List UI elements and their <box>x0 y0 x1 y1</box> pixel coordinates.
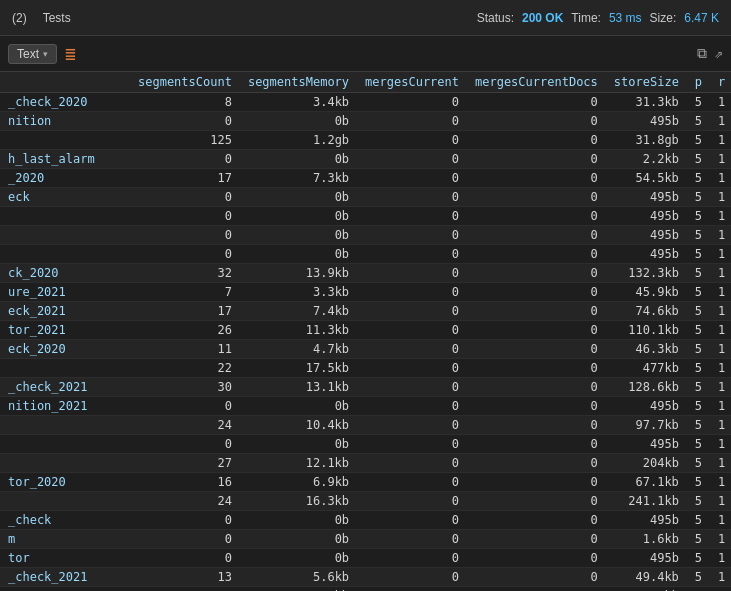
cell-index-name <box>0 435 130 454</box>
cell-value: 1 <box>710 473 731 492</box>
cell-value: 0 <box>467 340 606 359</box>
cell-index-name: eck <box>0 188 130 207</box>
cell-value: 0 <box>467 150 606 169</box>
cell-value: 6.9kb <box>240 473 357 492</box>
top-bar-left: (2) Tests <box>12 11 71 25</box>
cell-value: 5 <box>687 340 710 359</box>
cell-value: 0 <box>467 131 606 150</box>
cell-index-name: _check_2021 <box>0 378 130 397</box>
cell-value: 46.3kb <box>606 340 687 359</box>
cell-value: 477kb <box>606 359 687 378</box>
cell-index-name <box>0 454 130 473</box>
cell-value: 5 <box>687 473 710 492</box>
cell-value: 0 <box>357 131 467 150</box>
cell-value: 495b <box>606 397 687 416</box>
time-value: 53 ms <box>609 11 642 25</box>
text-format-button[interactable]: Text ▾ <box>8 44 57 64</box>
table-row: _2020177.3kb0054.5kb51 <box>0 169 731 188</box>
table-row: 2416.3kb00241.1kb51 <box>0 492 731 511</box>
table-row: ure_202173.3kb0045.9kb51 <box>0 283 731 302</box>
tab-number[interactable]: (2) <box>12 11 27 25</box>
cell-index-name <box>0 416 130 435</box>
cell-value: 74.6kb <box>606 302 687 321</box>
cell-value: 132.3kb <box>606 264 687 283</box>
cell-value: 0 <box>357 302 467 321</box>
cell-value: 1 <box>710 492 731 511</box>
table-row: 2712.1kb00204kb51 <box>0 454 731 473</box>
cell-index-name <box>0 359 130 378</box>
cell-value: 0b <box>240 511 357 530</box>
cell-value: 241.1kb <box>606 492 687 511</box>
cell-value: 1 <box>710 340 731 359</box>
cell-value: 0 <box>357 93 467 112</box>
cell-value: 0 <box>467 264 606 283</box>
tab-tests[interactable]: Tests <box>43 11 71 25</box>
cell-value: 17.5kb <box>240 359 357 378</box>
col-header-segments-count: segmentsCount <box>130 72 240 93</box>
cell-value: 1 <box>710 112 731 131</box>
cell-value: 2.2kb <box>606 150 687 169</box>
cell-value: 11 <box>130 340 240 359</box>
cell-value: 5 <box>687 264 710 283</box>
cell-value: 0 <box>357 416 467 435</box>
status-value: 200 OK <box>522 11 563 25</box>
cell-value: 5 <box>687 549 710 568</box>
cell-value: 22 <box>130 359 240 378</box>
cell-value: 7 <box>130 283 240 302</box>
cell-value: 31.3kb <box>606 93 687 112</box>
cell-value: 5 <box>687 188 710 207</box>
cell-value: 24 <box>130 492 240 511</box>
sort-icon[interactable]: ≣ <box>65 43 76 65</box>
cell-value: 0 <box>467 568 606 587</box>
size-value: 6.47 K <box>684 11 719 25</box>
table-row: tor_2020166.9kb0067.1kb51 <box>0 473 731 492</box>
chevron-down-icon: ▾ <box>43 49 48 59</box>
cell-value: 0 <box>130 112 240 131</box>
cell-index-name: ure_2021 <box>0 283 130 302</box>
table-container[interactable]: segmentsCount segmentsMemory mergesCurre… <box>0 72 731 591</box>
cell-value: 5 <box>687 283 710 302</box>
cell-index-name: _check_2021 <box>0 568 130 587</box>
cell-value: 1 <box>710 188 731 207</box>
copy-icon[interactable]: ⧉ <box>697 46 707 62</box>
cell-value: 16.3kb <box>240 492 357 511</box>
cell-value: 12.9kb <box>240 587 357 592</box>
expand-icon[interactable]: ⇗ <box>715 45 723 62</box>
table-row: ck_20203213.9kb00132.3kb51 <box>0 264 731 283</box>
cell-value: 0 <box>467 169 606 188</box>
cell-value: 1 <box>710 435 731 454</box>
table-row: 1251.2gb0031.8gb51 <box>0 131 731 150</box>
cell-value: 495b <box>606 112 687 131</box>
cell-value: 5 <box>687 568 710 587</box>
cell-value: 0 <box>467 93 606 112</box>
cell-value: 0 <box>357 454 467 473</box>
cell-value: 5 <box>687 359 710 378</box>
top-bar-right: Status: 200 OK Time: 53 ms Size: 6.47 K <box>477 11 719 25</box>
cell-value: 0 <box>467 473 606 492</box>
cell-value: 49.4kb <box>606 568 687 587</box>
cell-value: 13 <box>130 568 240 587</box>
cell-index-name: h_last_alarm <box>0 150 130 169</box>
table-row: _check_20213013.1kb00128.6kb51 <box>0 378 731 397</box>
cell-value: 0 <box>467 112 606 131</box>
time-label: Time: <box>571 11 601 25</box>
table-row: tor_20212611.3kb00110.1kb51 <box>0 321 731 340</box>
cell-index-name: nition <box>0 112 130 131</box>
cell-value: 5 <box>687 492 710 511</box>
cell-value: 0 <box>357 207 467 226</box>
cell-value: 0b <box>240 435 357 454</box>
cell-value: 7.3kb <box>240 169 357 188</box>
table-row: nition00b00495b51 <box>0 112 731 131</box>
cell-value: 3.4kb <box>240 93 357 112</box>
status-label: Status: <box>477 11 514 25</box>
cell-value: 1 <box>710 549 731 568</box>
cell-value: 1 <box>710 530 731 549</box>
cell-value: 0b <box>240 245 357 264</box>
cell-value: 0 <box>130 397 240 416</box>
cell-value: 0b <box>240 226 357 245</box>
cell-value: 0 <box>357 264 467 283</box>
table-row: _check_202083.4kb0031.3kb51 <box>0 93 731 112</box>
cell-value: 5 <box>687 302 710 321</box>
cell-value: 0b <box>240 549 357 568</box>
cell-value: 0 <box>357 473 467 492</box>
